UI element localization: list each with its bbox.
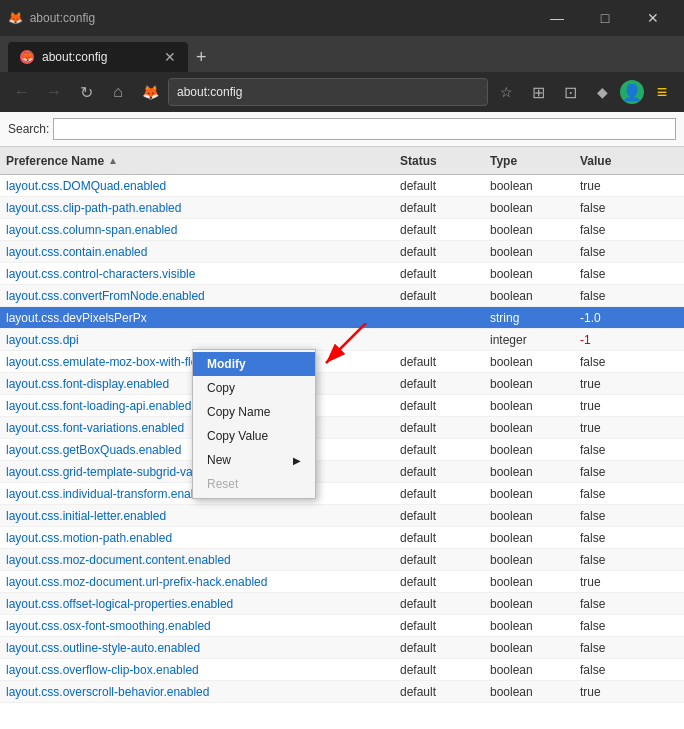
pref-status: default [394,245,484,259]
menu-icon[interactable]: ≡ [648,78,676,106]
pref-type: boolean [484,223,574,237]
pref-value: false [574,355,664,369]
table-row[interactable]: layout.css.moz-document.url-prefix-hack.… [0,571,684,593]
window-title-text: about:config [30,11,95,25]
app-title: 🦊 about:config [8,11,95,25]
table-row[interactable]: layout.css.outline-style-auto.enabled de… [0,637,684,659]
url-text: about:config [177,85,479,99]
pref-status: default [394,443,484,457]
avatar-icon[interactable]: 👤 [620,80,644,104]
pref-name[interactable]: layout.css.outline-style-auto.enabled [0,641,394,655]
pref-value: false [574,531,664,545]
pref-value: false [574,267,664,281]
pref-type: boolean [484,553,574,567]
table-row[interactable]: layout.css.font-display.enabled default … [0,373,684,395]
table-row[interactable]: layout.css.convertFromNode.enabled defau… [0,285,684,307]
pref-type: string [484,311,574,325]
table-row[interactable]: layout.css.individual-transform.enabled … [0,483,684,505]
sync-icon[interactable]: ⊡ [556,78,584,106]
content-area: layout.css.DOMQuad.enabled default boole… [0,175,684,729]
table-row[interactable]: layout.css.overflow-clip-box.enabled def… [0,659,684,681]
context-menu-item-copy-name[interactable]: Copy Name [193,400,315,424]
pref-name[interactable]: layout.css.devPixelsPerPx [0,311,394,325]
table-row[interactable]: layout.css.overscroll-behavior.enabled d… [0,681,684,703]
table-row[interactable]: layout.css.motion-path.enabled default b… [0,527,684,549]
table-row[interactable]: layout.css.column-span.enabled default b… [0,219,684,241]
pref-type: boolean [484,509,574,523]
context-menu-item-copy-value[interactable]: Copy Value [193,424,315,448]
close-button[interactable]: ✕ [630,3,676,33]
pref-name[interactable]: layout.css.DOMQuad.enabled [0,179,394,193]
table-row[interactable]: layout.css.emulate-moz-box-with-flex def… [0,351,684,373]
home-button[interactable]: ⌂ [104,78,132,106]
pref-status: default [394,509,484,523]
search-input[interactable] [53,118,676,140]
col-value-label: Value [580,154,611,168]
tab-about-config[interactable]: 🦊 about:config ✕ [8,42,188,72]
table-row[interactable]: layout.css.osx-font-smoothing.enabled de… [0,615,684,637]
pref-name[interactable]: layout.css.clip-path-path.enabled [0,201,394,215]
context-menu-item-new[interactable]: New▶ [193,448,315,472]
pref-name[interactable]: layout.css.osx-font-smoothing.enabled [0,619,394,633]
pref-status: default [394,487,484,501]
pref-type: boolean [484,377,574,391]
context-menu-item-modify[interactable]: Modify [193,352,315,376]
url-bar[interactable]: about:config [168,78,488,106]
bookmark-icon[interactable]: ☆ [492,78,520,106]
forward-button[interactable]: → [40,78,68,106]
window-controls: — □ ✕ [534,3,676,33]
pref-type: boolean [484,641,574,655]
col-header-status[interactable]: Status [394,154,484,168]
col-header-value[interactable]: Value [574,154,664,168]
pref-name[interactable]: layout.css.moz-document.content.enabled [0,553,394,567]
tab-favicon: 🦊 [20,50,34,64]
tab-bar: 🦊 about:config ✕ + [0,36,684,72]
table-row[interactable]: layout.css.devPixelsPerPx string -1.0 [0,307,684,329]
table-row[interactable]: layout.css.control-characters.visible de… [0,263,684,285]
pref-name[interactable]: layout.css.dpi [0,333,394,347]
pref-name[interactable]: layout.css.initial-letter.enabled [0,509,394,523]
table-row[interactable]: layout.css.clip-path-path.enabled defaul… [0,197,684,219]
pref-value: true [574,377,664,391]
pref-name[interactable]: layout.css.overflow-clip-box.enabled [0,663,394,677]
pref-name[interactable]: layout.css.column-span.enabled [0,223,394,237]
table-row[interactable]: layout.css.DOMQuad.enabled default boole… [0,175,684,197]
minimize-button[interactable]: — [534,3,580,33]
pref-status: default [394,179,484,193]
table-row[interactable]: layout.css.font-variations.enabled defau… [0,417,684,439]
pref-status: default [394,267,484,281]
tab-close-icon[interactable]: ✕ [164,49,176,65]
col-header-name[interactable]: Preference Name ▲ [0,154,394,168]
pref-name[interactable]: layout.css.offset-logical-properties.ena… [0,597,394,611]
table-row[interactable]: layout.css.font-loading-api.enabled defa… [0,395,684,417]
maximize-button[interactable]: □ [582,3,628,33]
pref-name[interactable]: layout.css.convertFromNode.enabled [0,289,394,303]
new-tab-button[interactable]: + [188,42,215,72]
table-row[interactable]: layout.css.grid-template-subgrid-value.e… [0,461,684,483]
back-button[interactable]: ← [8,78,36,106]
table-row[interactable]: layout.css.dpi integer -1 [0,329,684,351]
library-icon[interactable]: ⊞ [524,78,552,106]
pref-name[interactable]: layout.css.overscroll-behavior.enabled [0,685,394,699]
pref-name[interactable]: layout.css.contain.enabled [0,245,394,259]
table-row[interactable]: layout.css.getBoxQuads.enabled default b… [0,439,684,461]
table-body[interactable]: layout.css.DOMQuad.enabled default boole… [0,175,684,729]
table-row[interactable]: layout.css.contain.enabled default boole… [0,241,684,263]
pref-status: default [394,663,484,677]
table-row[interactable]: layout.css.moz-document.content.enabled … [0,549,684,571]
col-header-type[interactable]: Type [484,154,574,168]
table-row[interactable]: layout.css.initial-letter.enabled defaul… [0,505,684,527]
reload-button[interactable]: ↻ [72,78,100,106]
pref-type: boolean [484,597,574,611]
pref-name[interactable]: layout.css.moz-document.url-prefix-hack.… [0,575,394,589]
pref-value: false [574,201,664,215]
context-menu-item-reset: Reset [193,472,315,496]
pref-status: default [394,641,484,655]
table-row[interactable]: layout.css.offset-logical-properties.ena… [0,593,684,615]
pref-name[interactable]: layout.css.motion-path.enabled [0,531,394,545]
pref-type: boolean [484,267,574,281]
shield-icon[interactable]: ◆ [588,78,616,106]
pref-name[interactable]: layout.css.control-characters.visible [0,267,394,281]
context-menu-item-copy[interactable]: Copy [193,376,315,400]
pref-value: false [574,223,664,237]
